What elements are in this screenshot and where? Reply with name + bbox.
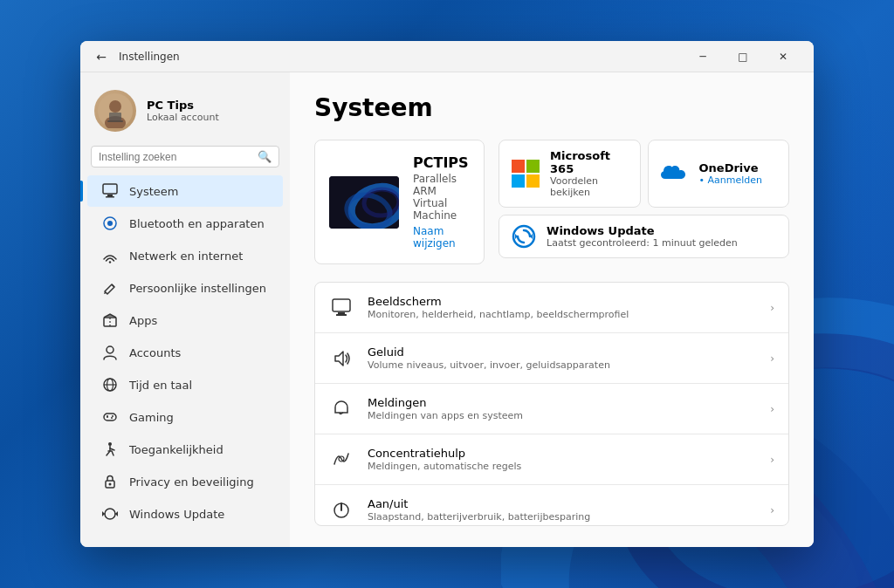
- meldingen-title: Meldingen: [368, 396, 756, 409]
- svg-rect-34: [512, 160, 525, 173]
- concentratiehulp-title: Concentratiehulp: [368, 447, 756, 460]
- svg-point-23: [112, 415, 113, 417]
- svg-rect-43: [336, 314, 347, 316]
- settings-item-meldingen[interactable]: Meldingen Meldingen van apps en systeem …: [315, 384, 788, 434]
- pc-thumbnail: [329, 176, 399, 229]
- concentratiehulp-text: Concentratiehulp Meldingen, automatische…: [368, 447, 756, 472]
- apps-nav-icon: [101, 311, 119, 329]
- user-name: PC Tips: [147, 99, 219, 112]
- page-title: Systeem: [314, 93, 789, 122]
- settings-item-concentratiehulp[interactable]: Concentratiehulp Meldingen, automatische…: [315, 434, 788, 485]
- sidebar-item-accounts[interactable]: Accounts: [87, 337, 283, 368]
- tijd-nav-icon: [101, 376, 119, 393]
- info-row: PCTIPS Parallels ARM Virtual Machine Naa…: [314, 140, 789, 264]
- aanuit-text: Aan/uit Slaapstand, batterijverbruik, ba…: [368, 497, 756, 523]
- svg-point-14: [109, 261, 111, 263]
- search-input[interactable]: [99, 151, 258, 163]
- user-section: PC Tips Lokaal account: [80, 83, 290, 146]
- winupdate-icon: [512, 224, 536, 249]
- ms365-icon: [512, 160, 540, 188]
- onedrive-icon: [661, 163, 689, 184]
- aanuit-icon: [329, 498, 354, 523]
- winupdate-title: Windows Update: [547, 224, 738, 237]
- beeldscherm-icon: [329, 296, 354, 320]
- sidebar-item-winupdate[interactable]: Windows Update: [87, 498, 283, 530]
- beeldscherm-text: Beeldscherm Monitoren, helderheid, nacht…: [368, 295, 756, 320]
- privacy-nav-icon: [101, 473, 119, 490]
- sidebar-item-systeem[interactable]: Systeem: [87, 175, 283, 207]
- close-button[interactable]: ✕: [763, 41, 803, 72]
- user-info: PC Tips Lokaal account: [147, 99, 219, 123]
- settings-item-geluid[interactable]: Geluid Volume niveaus, uitvoer, invoer, …: [315, 333, 788, 384]
- nav-list: Systeem Bluetooth en apparaten Netwerk e…: [80, 174, 290, 530]
- minimize-button[interactable]: ─: [683, 41, 723, 72]
- persoonlijk-nav-icon: [101, 279, 119, 297]
- winupdate-subtitle: Laatst gecontroleerd: 1 minuut geleden: [547, 237, 738, 249]
- pc-info: PCTIPS Parallels ARM Virtual Machine Naa…: [413, 154, 470, 250]
- aanuit-subtitle: Slaapstand, batterijverbruik, batterijbe…: [368, 511, 756, 523]
- gaming-nav-icon: [101, 408, 119, 426]
- back-button[interactable]: ←: [91, 46, 112, 67]
- winupdate-nav-icon: [101, 505, 119, 523]
- winupdate-text: Windows Update Laatst gecontroleerd: 1 m…: [547, 224, 738, 249]
- geluid-subtitle: Volume niveaus, uitvoer, invoer, geluids…: [368, 359, 756, 371]
- geluid-arrow: ›: [770, 352, 774, 365]
- winupdate-card[interactable]: Windows Update Laatst gecontroleerd: 1 m…: [499, 215, 789, 258]
- svg-rect-9: [103, 184, 117, 194]
- onedrive-card[interactable]: OneDrive • Aanmelden: [648, 140, 789, 208]
- sidebar-item-label-toegankelijkheid: Toegankelijkheid: [129, 443, 224, 456]
- avatar[interactable]: [94, 90, 136, 132]
- sidebar-item-tijd[interactable]: Tijd en taal: [87, 369, 283, 400]
- svg-rect-36: [512, 174, 525, 188]
- sidebar-item-toegankelijkheid[interactable]: Toegankelijkheid: [87, 434, 283, 465]
- beeldscherm-arrow: ›: [770, 302, 774, 314]
- right-panel: Systeem: [290, 72, 814, 547]
- sidebar-item-label-privacy: Privacy en beveiliging: [129, 475, 254, 489]
- user-account-type: Lokaal account: [147, 112, 219, 123]
- maximize-button[interactable]: □: [723, 41, 763, 72]
- concentratiehulp-arrow: ›: [770, 454, 774, 466]
- ms365-card[interactable]: Microsoft 365 Voordelen bekijken: [499, 140, 640, 208]
- aanuit-arrow: ›: [770, 504, 774, 516]
- sidebar-item-label-bluetooth: Bluetooth en apparaten: [129, 217, 265, 230]
- svg-point-5: [109, 100, 121, 113]
- svg-rect-42: [338, 312, 345, 314]
- aanuit-title: Aan/uit: [368, 497, 756, 510]
- sidebar-item-privacy[interactable]: Privacy en beveiliging: [87, 466, 283, 497]
- netwerk-nav-icon: [101, 247, 119, 264]
- sidebar-item-gaming[interactable]: Gaming: [87, 401, 283, 433]
- sidebar-item-label-tijd: Tijd en taal: [129, 379, 192, 392]
- svg-marker-44: [335, 352, 343, 366]
- sidebar-item-netwerk[interactable]: Netwerk en internet: [87, 240, 283, 271]
- settings-item-beeldscherm[interactable]: Beeldscherm Monitoren, helderheid, nacht…: [315, 283, 788, 333]
- svg-point-16: [107, 346, 113, 353]
- search-box[interactable]: 🔍: [91, 146, 279, 168]
- pc-description: Parallels ARM Virtual Machine: [413, 173, 470, 222]
- geluid-text: Geluid Volume niveaus, uitvoer, invoer, …: [368, 345, 756, 371]
- svg-rect-41: [333, 299, 350, 311]
- sidebar-item-persoonlijk[interactable]: Persoonlijke instellingen: [87, 272, 283, 304]
- systeem-nav-icon: [101, 182, 119, 200]
- svg-rect-35: [526, 160, 540, 173]
- pc-rename-link[interactable]: Naam wijzigen: [413, 225, 470, 250]
- sidebar-item-label-gaming: Gaming: [129, 411, 174, 424]
- sidebar-item-bluetooth[interactable]: Bluetooth en apparaten: [87, 208, 283, 239]
- pc-name: PCTIPS: [413, 154, 470, 171]
- search-icon: 🔍: [258, 150, 272, 163]
- concentratiehulp-subtitle: Meldingen, automatische regels: [368, 461, 756, 472]
- sidebar-item-label-apps: Apps: [129, 314, 157, 327]
- beeldscherm-subtitle: Monitoren, helderheid, nachtlamp, beelds…: [368, 309, 756, 320]
- sidebar-item-label-netwerk: Netwerk en internet: [129, 250, 243, 263]
- svg-point-13: [107, 221, 113, 226]
- ms365-text: Microsoft 365 Voordelen bekijken: [550, 149, 627, 198]
- sidebar-item-label-accounts: Accounts: [129, 346, 181, 359]
- toegankelijkheid-nav-icon: [101, 441, 119, 458]
- settings-window: ← Instellingen ─ □ ✕: [80, 41, 814, 547]
- sidebar-item-apps[interactable]: Apps: [87, 304, 283, 336]
- ms365-onedrive-row: Microsoft 365 Voordelen bekijken: [499, 140, 789, 208]
- settings-list: Beeldscherm Monitoren, helderheid, nacht…: [314, 282, 789, 526]
- meldingen-icon: [329, 397, 354, 421]
- svg-rect-10: [107, 195, 113, 196]
- settings-item-aanuit[interactable]: Aan/uit Slaapstand, batterijverbruik, ba…: [315, 485, 788, 526]
- window-title: Instellingen: [119, 51, 180, 63]
